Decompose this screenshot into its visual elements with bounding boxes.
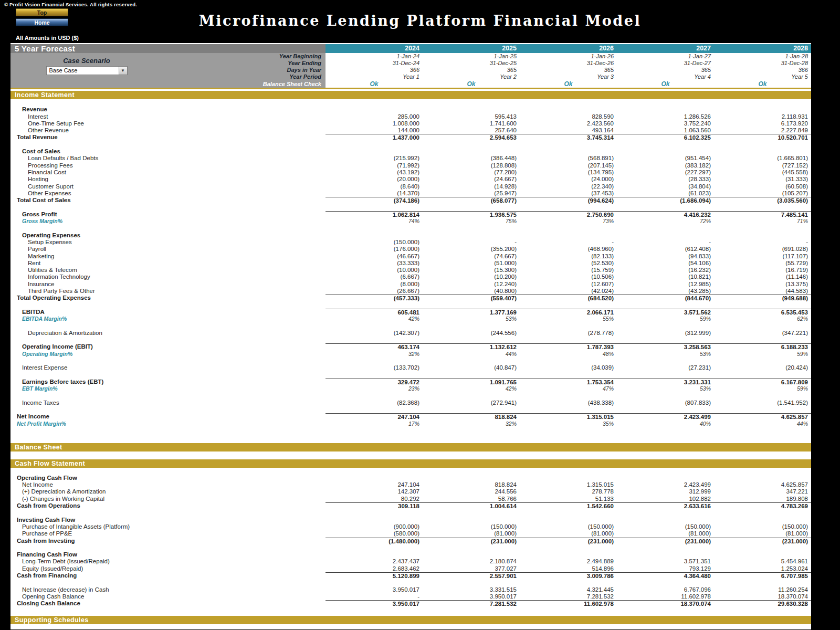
cell: (150.000) bbox=[423, 523, 520, 530]
cell: 3.331.515 bbox=[423, 586, 520, 593]
cell: (1.665.801) bbox=[714, 155, 811, 162]
cell: 514.896 bbox=[520, 565, 617, 572]
forecast-block: 5 Year Forecast 2024 2025 2026 2027 2028… bbox=[10, 44, 811, 89]
cell: (11.146) bbox=[714, 274, 811, 280]
cell: (34.039) bbox=[520, 364, 617, 371]
cell: 828.590 bbox=[520, 113, 617, 120]
cell: 1.741.600 bbox=[423, 120, 520, 127]
cell: 53% bbox=[423, 316, 520, 322]
cell: (727.152) bbox=[714, 162, 811, 169]
cell bbox=[326, 551, 423, 558]
cell: 40% bbox=[617, 421, 714, 427]
cell bbox=[423, 551, 520, 558]
meta-cell: 31-Dec-24 bbox=[326, 60, 423, 67]
cell bbox=[423, 106, 520, 113]
cell: 1.253.024 bbox=[714, 565, 811, 572]
cell: 2.594.653 bbox=[423, 134, 520, 141]
cell: 7.281.532 bbox=[520, 593, 617, 600]
cell: (26.667) bbox=[326, 288, 423, 295]
cell: (24.667) bbox=[423, 176, 520, 183]
cell: 257.640 bbox=[423, 127, 520, 134]
cell: (81.000) bbox=[617, 530, 714, 537]
row-spacer bbox=[10, 468, 811, 475]
cell: 1.315.015 bbox=[520, 481, 617, 488]
cell: 58.766 bbox=[423, 496, 520, 502]
row-spacer bbox=[10, 372, 811, 379]
meta-cell: 365 bbox=[423, 67, 520, 74]
cell: 605.481 bbox=[326, 309, 423, 316]
chevron-down-icon[interactable]: ▼ bbox=[119, 67, 127, 75]
cell: (60.508) bbox=[714, 183, 811, 190]
cell: (10.000) bbox=[326, 267, 423, 274]
row-label: Depreciation & Amortization bbox=[10, 330, 326, 337]
cell: 377.027 bbox=[423, 565, 520, 572]
cell: 55% bbox=[520, 316, 617, 322]
cell: (1.480.000) bbox=[326, 538, 423, 545]
table-row: (-) Changes in Working Capital80.29258.7… bbox=[10, 496, 811, 502]
row-label: Long-Term Debt (Issued/Repaid) bbox=[10, 558, 326, 565]
cell: 53% bbox=[617, 351, 714, 358]
meta-cell: 1-Jan-24 bbox=[326, 53, 423, 60]
cell: 11.602.978 bbox=[617, 593, 714, 600]
meta-cell: Year 3 bbox=[520, 74, 617, 80]
cell: 1.132.612 bbox=[423, 343, 520, 351]
cell: (951.454) bbox=[617, 155, 714, 162]
cell: (207.145) bbox=[520, 162, 617, 169]
cell: 72% bbox=[617, 218, 714, 225]
table-row: Interest285.000595.413828.5901.286.5262.… bbox=[10, 113, 811, 120]
table-row: Equity (Issued/Repaid)2.683.462377.02751… bbox=[10, 565, 811, 572]
cell: (10.506) bbox=[520, 274, 617, 280]
cell: 2.066.171 bbox=[520, 309, 617, 316]
cell: (383.182) bbox=[617, 162, 714, 169]
cell: 23% bbox=[326, 385, 423, 392]
row-label: Financing Cash Flow bbox=[10, 551, 326, 558]
table-row: One-Time Setup Fee1.008.0001.741.6002.42… bbox=[10, 120, 811, 127]
row-label: (-) Changes in Working Capital bbox=[10, 496, 326, 502]
table-row: Total Operating Expenses(457.333)(559.40… bbox=[10, 295, 811, 301]
cell: 18.370.074 bbox=[714, 593, 811, 600]
cell: 2.633.616 bbox=[617, 502, 714, 510]
cell bbox=[520, 517, 617, 523]
cell: (10.200) bbox=[423, 274, 520, 280]
cell: 1.063.560 bbox=[617, 127, 714, 134]
cell: (31.333) bbox=[714, 176, 811, 183]
meta-cell: 365 bbox=[520, 67, 617, 74]
cell: 1.008.000 bbox=[326, 120, 423, 127]
cell: 2.557.901 bbox=[423, 572, 520, 580]
cell: 309.118 bbox=[326, 502, 423, 510]
row-label: Cost of Sales bbox=[10, 148, 326, 155]
table-row: Payroll(176.000)(355.200)(468.960)(612.4… bbox=[10, 246, 811, 253]
cell: (13.375) bbox=[714, 281, 811, 288]
row-label: EBT Margin% bbox=[10, 385, 326, 392]
table-row: Financing Cash Flow bbox=[10, 551, 811, 558]
row-label: Net Increase (decrease) in Cash bbox=[10, 586, 326, 593]
cell: (20.424) bbox=[714, 364, 811, 371]
cell: (40.800) bbox=[423, 288, 520, 295]
cell: 793.129 bbox=[617, 565, 714, 572]
cell bbox=[617, 517, 714, 523]
cell: 2.423.499 bbox=[617, 481, 714, 488]
row-label: Cash from Investing bbox=[10, 538, 326, 545]
cell: (133.702) bbox=[326, 364, 423, 371]
cell: 102.882 bbox=[617, 496, 714, 502]
row-spacer bbox=[10, 302, 811, 309]
table-row: Depreciation & Amortization(142.307)(244… bbox=[10, 330, 811, 337]
row-label: Interest bbox=[10, 113, 326, 120]
cell: 32% bbox=[423, 421, 520, 427]
cell bbox=[520, 551, 617, 558]
row-spacer bbox=[10, 452, 811, 458]
year-header: 2025 bbox=[423, 44, 520, 53]
cell bbox=[714, 551, 811, 558]
row-label: Financial Cost bbox=[10, 169, 326, 176]
table-row: Operating Income (EBIT)463.1741.132.6121… bbox=[10, 343, 811, 350]
cell bbox=[326, 106, 423, 113]
row-label: Rent bbox=[10, 260, 326, 267]
row-label: Net Profit Margin% bbox=[10, 421, 326, 427]
cell: (468.960) bbox=[520, 246, 617, 253]
cell: (61.023) bbox=[617, 190, 714, 197]
case-scenario-select[interactable]: Base Case ▼ bbox=[46, 66, 128, 75]
cell: 44% bbox=[423, 351, 520, 358]
meta-cell: 1-Jan-28 bbox=[714, 53, 811, 60]
cell: 2.180.874 bbox=[423, 558, 520, 565]
cell: (12.607) bbox=[520, 281, 617, 288]
